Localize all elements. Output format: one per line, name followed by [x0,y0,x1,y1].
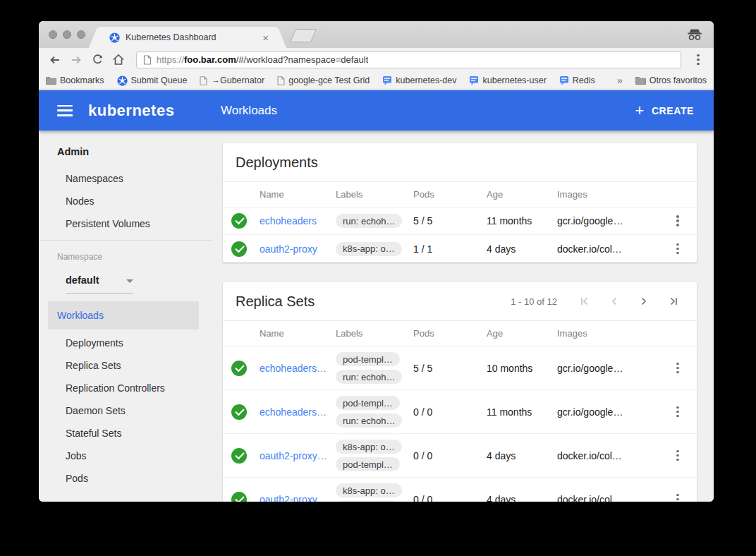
column-header-pods: Pods [409,328,482,339]
kubernetes-favicon [109,32,120,43]
row-actions-kebab-button[interactable] [669,491,686,502]
bookmark-label: →Gubernator [211,75,264,85]
bookmark-label: Redis [573,75,595,85]
sidebar-item-nodes[interactable]: Nodes [66,195,94,207]
bookmark-label: kubernetes-user [482,75,546,85]
bookmark-item[interactable]: Submit Queue [117,75,188,86]
deployments-table-body: echoheadersrun: echoh…5 / 511 monthsgcr.… [223,207,697,262]
bookmark-label: Submit Queue [131,75,188,85]
images-cell: docker.io/col… [553,494,659,502]
column-header-images: Images [553,189,659,200]
home-button[interactable] [109,51,128,69]
new-tab-button[interactable] [290,29,317,42]
refresh-button[interactable] [88,51,106,69]
column-header-images: Images [553,328,659,339]
browser-titlebar: Kubernetes Dashboard × [39,21,714,48]
first-page-button[interactable] [573,291,597,312]
folder-icon [635,76,646,85]
sidebar-divider [39,240,212,241]
browser-toolbar: https://foo.bar.com/#/workload?namespace… [39,48,714,71]
table-row: echoheaders…pod-templ…run: echoh…0 / 011… [223,390,697,434]
last-page-button[interactable] [662,291,685,312]
bookmarks-overflow-button[interactable]: » [608,75,623,86]
tab-close-icon[interactable]: × [262,32,269,43]
bookmark-label: google-gce Test Grid [288,75,370,85]
pods-cell: 0 / 0 [409,494,482,502]
forward-button[interactable] [67,51,85,69]
label-chip: run: echoh… [336,413,402,428]
table-row: echoheadersrun: echoh…5 / 511 monthsgcr.… [223,207,697,235]
bookmark-item[interactable]: google-gce Test Grid [277,75,370,85]
resource-name-link[interactable]: oauth2-proxy… [260,494,331,502]
sidebar-item-replica-sets[interactable]: Replica Sets [66,360,121,371]
column-header-labels: Labels [331,189,409,200]
table-row: oauth2-proxy…k8s-app: o…pod-templ…0 / 04… [223,478,697,502]
age-cell: 4 days [482,243,553,255]
status-ok-icon [231,361,247,376]
images-cell: gcr.io/google… [553,363,659,374]
sidebar-item-daemon-sets[interactable]: Daemon Sets [66,405,126,416]
label-chip: k8s-app: o… [336,483,402,497]
plus-icon: + [635,103,644,119]
hamburger-menu-icon[interactable] [57,105,73,116]
status-ok-icon [231,404,247,420]
bookmark-item[interactable]: Redis [559,75,595,85]
age-cell: 10 months [482,363,553,374]
back-button[interactable] [46,51,64,69]
sidebar-item-deployments[interactable]: Deployments [66,337,123,349]
sidebar-item-stateful-sets[interactable]: Stateful Sets [66,428,121,439]
bookmark-item[interactable]: →Gubernator [200,75,264,85]
resource-name-link[interactable]: oauth2-proxy [260,243,331,255]
pagination: 1 - 10 of 12 [511,291,685,312]
sidebar-item-workloads[interactable]: Workloads [48,301,199,330]
resource-name-link[interactable]: echoheaders… [260,406,331,418]
app-bar: kubernetes Workloads + CREATE [39,90,714,131]
row-actions-kebab-button[interactable] [669,404,686,421]
bookmark-item[interactable]: kubernetes-dev [382,75,456,85]
status-ok-icon [231,241,247,257]
minimize-window-button[interactable] [63,30,71,39]
pods-cell: 0 / 0 [409,406,482,418]
row-actions-kebab-button[interactable] [669,241,686,258]
url-host: foo.bar.com [184,54,236,65]
column-header-age: Age [482,189,553,200]
sidebar-item-namespaces[interactable]: Namespaces [66,173,123,184]
overflow-chevron-icon[interactable]: » [617,75,623,86]
column-header-name: Name [255,328,331,339]
row-actions-kebab-button[interactable] [669,212,686,229]
url-bar[interactable]: https://foo.bar.com/#/workload?namespace… [136,52,681,68]
group-chat-icon [469,75,479,85]
tab-title: Kubernetes Dashboard [126,32,257,42]
browser-menu-button[interactable] [690,52,707,68]
status-ok-icon [231,213,247,229]
resource-name-link[interactable]: oauth2-proxy… [260,450,331,461]
sidebar-item-persistent-volumes[interactable]: Persistent Volumes [66,218,150,229]
pagination-range: 1 - 10 of 12 [511,296,557,307]
bookmark-item[interactable]: Bookmarks [46,75,104,85]
url-text[interactable]: https://foo.bar.com/#/workload?namespace… [157,54,368,65]
page-icon [143,55,152,65]
next-page-button[interactable] [632,291,656,312]
bookmark-item[interactable]: Otros favoritos [635,75,707,85]
zoom-window-button[interactable] [77,30,85,39]
namespace-select[interactable]: default [66,274,133,294]
resource-name-link[interactable]: echoheaders… [260,363,331,374]
create-button[interactable]: + CREATE [635,103,694,119]
resource-name-link[interactable]: echoheaders [260,215,331,226]
browser-tab[interactable]: Kubernetes Dashboard × [99,27,276,48]
previous-page-button[interactable] [602,291,626,312]
window-controls[interactable] [49,30,85,39]
bookmark-label: kubernetes-dev [396,75,456,85]
sidebar-item-jobs[interactable]: Jobs [66,450,87,461]
bookmark-item[interactable]: kubernetes-user [469,75,546,85]
sidebar-item-replication-controllers[interactable]: Replication Controllers [66,382,165,394]
deployments-card-title: Deployments [236,155,318,171]
row-actions-kebab-button[interactable] [669,360,686,377]
page-title: Workloads [221,104,277,118]
close-window-button[interactable] [49,30,57,39]
age-cell: 4 days [482,450,553,461]
sidebar-item-admin[interactable]: Admin [57,146,89,157]
row-actions-kebab-button[interactable] [669,447,686,464]
label-chip: k8s-app: o… [336,242,402,256]
sidebar-item-pods[interactable]: Pods [66,473,88,484]
